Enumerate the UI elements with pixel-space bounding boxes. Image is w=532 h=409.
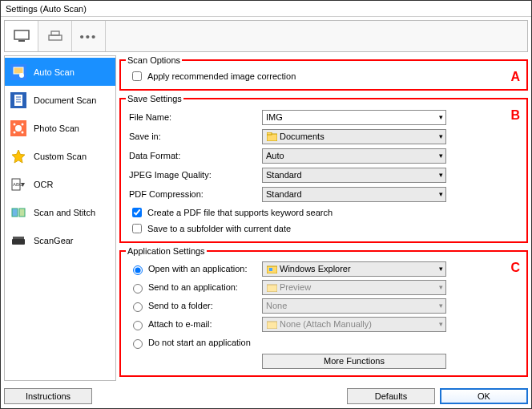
chevron-down-icon: ▾ [439,265,443,273]
sidebar-item-scangear[interactable]: ScanGear [5,226,115,254]
document-icon [10,91,27,109]
monitor-icon [13,29,30,43]
send-app-label: Send to an application: [148,282,238,292]
annotation-b: B [510,108,520,123]
sidebar-item-label: Custom Scan [34,152,87,161]
sidebar-item-auto-scan[interactable]: Auto Scan [5,58,115,86]
photo-icon [10,119,27,137]
jpeg-quality-label: JPEG Image Quality: [126,170,262,180]
no-start-label: Do not start an application [148,338,251,347]
bottom-bar: Instructions Defaults OK [1,384,531,408]
svg-rect-24 [13,237,24,239]
svg-rect-26 [267,132,272,135]
main-row: Auto Scan Document Scan Photo Scan [4,55,528,381]
pdf-keyword-checkbox[interactable] [132,208,142,217]
svg-rect-30 [267,322,277,329]
chevron-down-icon: ▾ [439,171,443,179]
tab-more[interactable]: ••• [72,21,106,51]
folder-icon [266,282,277,292]
sidebar-item-scan-stitch[interactable]: Scan and Stitch [5,198,115,226]
chevron-down-icon: ▾ [439,113,443,121]
svg-rect-3 [51,31,59,35]
send-app-select[interactable]: Preview ▾ [262,280,446,295]
ocr-icon: ABC [10,176,27,193]
sidebar-item-label: Auto Scan [34,67,75,77]
folder-icon [266,319,277,329]
svg-rect-0 [14,30,29,39]
sidebar-item-ocr[interactable]: ABC OCR [5,170,115,198]
save-settings-group: Save Settings B File Name: IMG ▾ Save in… [119,94,528,243]
send-app-radio[interactable] [133,284,143,294]
svg-point-17 [22,131,24,133]
chevron-down-icon: ▾ [439,132,443,140]
svg-rect-23 [12,239,25,245]
settings-window: Settings (Auto Scan) ••• [0,0,532,409]
ellipsis-icon: ••• [80,30,98,43]
chevron-down-icon: ▾ [439,152,443,160]
send-folder-radio[interactable] [133,302,143,312]
file-name-value: IMG [266,112,283,122]
attach-email-radio[interactable] [133,321,143,330]
pdf-compression-select[interactable]: Standard ▾ [262,187,446,202]
sidebar-item-label: Scan and Stitch [34,208,95,217]
save-in-label: Save in: [126,132,262,141]
sidebar-item-custom-scan[interactable]: Custom Scan [5,142,115,170]
jpeg-quality-select[interactable]: Standard ▾ [262,168,446,183]
send-folder-select[interactable]: None ▾ [262,298,446,314]
ok-label: OK [478,391,490,401]
instructions-button[interactable]: Instructions [4,388,92,404]
pdf-compression-value: Standard [266,189,302,199]
apply-correction-checkbox[interactable] [132,71,142,81]
open-with-select[interactable]: Windows Explorer ▾ [262,261,446,277]
sidebar: Auto Scan Document Scan Photo Scan [4,55,116,381]
send-app-value: Preview [280,282,311,292]
svg-point-16 [14,131,16,133]
svg-marker-18 [12,150,25,163]
jpeg-quality-value: Standard [266,170,302,180]
sidebar-item-document-scan[interactable]: Document Scan [5,86,115,114]
svg-rect-1 [18,40,25,42]
file-name-select[interactable]: IMG ▾ [262,110,446,125]
defaults-button[interactable]: Defaults [347,388,435,404]
annotation-a: A [510,70,520,84]
save-in-value: Documents [280,132,324,141]
open-with-radio[interactable] [133,265,143,275]
chevron-down-icon: ▾ [439,283,443,291]
data-format-select[interactable]: Auto ▾ [262,148,446,164]
svg-point-6 [19,73,24,78]
save-settings-legend: Save Settings [126,94,183,103]
tab-printer[interactable] [38,21,72,51]
sidebar-item-photo-scan[interactable]: Photo Scan [5,114,115,142]
defaults-label: Defaults [375,391,407,401]
attach-email-value: None (Attach Manually) [280,319,372,329]
no-start-radio[interactable] [133,339,143,349]
svg-rect-2 [49,35,62,40]
content-area: ••• Auto Scan Document Scan [1,17,531,384]
save-in-select[interactable]: Documents ▾ [262,129,446,144]
autoscan-icon [10,63,27,81]
annotation-c: C [510,261,520,275]
stitch-icon [10,204,27,221]
data-format-value: Auto [266,151,284,160]
application-settings-legend: Application Settings [126,246,207,256]
subfolder-checkbox[interactable] [132,224,142,233]
attach-email-select[interactable]: None (Attach Manually) ▾ [262,317,446,332]
instructions-label: Instructions [26,391,71,401]
open-with-label: Open with an application: [148,264,248,273]
svg-point-15 [22,123,24,125]
folder-icon [266,132,277,141]
ok-button[interactable]: OK [440,388,528,404]
star-icon [10,148,27,165]
settings-pane: Scan Options A Apply recommended image c… [119,55,528,381]
tab-computer[interactable] [5,21,38,51]
subfolder-label: Save to a subfolder with current date [147,224,291,233]
more-functions-button[interactable]: More Functions [262,354,446,369]
scan-options-group: Scan Options A Apply recommended image c… [119,55,528,91]
titlebar: Settings (Auto Scan) [1,1,531,17]
window-title: Settings (Auto Scan) [6,4,87,14]
svg-rect-5 [14,67,23,74]
pdf-keyword-label: Create a PDF file that supports keyword … [147,208,332,217]
svg-rect-28 [269,268,272,271]
sidebar-item-label: Document Scan [34,95,96,105]
svg-rect-29 [267,285,277,292]
